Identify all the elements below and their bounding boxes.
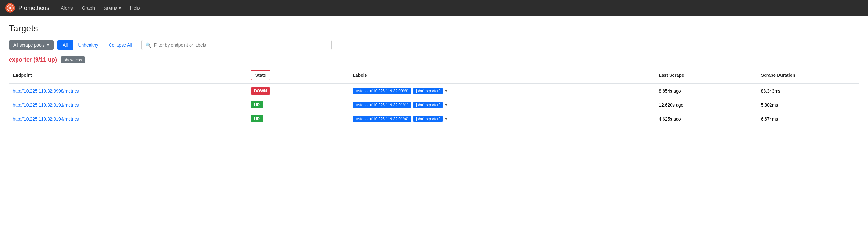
show-less-button[interactable]: show less <box>61 57 85 63</box>
table-body: http://10.225.119.32:9998/metrics DOWN i… <box>9 84 859 126</box>
search-box: 🔍 <box>141 40 332 50</box>
nav-status[interactable]: Status ▾ <box>100 3 125 13</box>
label-tag-instance: instance="10.225.119.32:9194" <box>353 116 411 122</box>
prometheus-logo <box>5 3 15 13</box>
table-row: http://10.225.119.32:9194/metrics UP ins… <box>9 112 859 126</box>
scrape-duration-cell: 6.674ms <box>757 112 859 126</box>
state-header-box: State <box>251 70 271 80</box>
endpoint-link[interactable]: http://10.225.119.32:9191/metrics <box>13 102 79 107</box>
main-content: Targets All scrape pools All Unhealthy C… <box>0 16 868 134</box>
last-scrape-cell: 4.625s ago <box>655 112 757 126</box>
col-header-endpoint: Endpoint <box>9 67 247 84</box>
navbar-links: Alerts Graph Status ▾ Help <box>57 3 144 13</box>
labels-cell: instance="10.225.119.32:9998" job="expor… <box>349 84 655 98</box>
scrape-duration-cell: 5.802ms <box>757 98 859 112</box>
filter-bar: All scrape pools All Unhealthy Collapse … <box>9 40 859 50</box>
nav-help[interactable]: Help <box>126 3 144 13</box>
last-scrape-cell: 12.620s ago <box>655 98 757 112</box>
label-tag-job: job="exporter" <box>413 116 442 122</box>
state-cell-up: UP <box>247 112 349 126</box>
label-tag-instance: instance="10.225.119.32:9191" <box>353 102 411 108</box>
navbar: Prometheus Alerts Graph Status ▾ Help <box>0 0 868 16</box>
search-input[interactable] <box>154 42 328 47</box>
label-tag-job: job="exporter" <box>413 88 442 94</box>
filter-unhealthy-btn[interactable]: Unhealthy <box>73 40 103 50</box>
filter-group: All Unhealthy Collapse All <box>58 40 137 50</box>
label-tag-job: job="exporter" <box>413 102 442 108</box>
labels-chevron-icon[interactable]: ▾ <box>445 102 447 107</box>
down-badge: DOWN <box>251 87 270 95</box>
labels-chevron-icon[interactable]: ▾ <box>445 117 447 121</box>
scrape-pools-label: All scrape pools <box>13 42 45 47</box>
labels-chevron-icon[interactable]: ▾ <box>445 89 447 93</box>
page-title: Targets <box>9 24 859 34</box>
svg-point-2 <box>9 7 11 9</box>
col-header-labels: Labels <box>349 67 655 84</box>
endpoint-link[interactable]: http://10.225.119.32:9998/metrics <box>13 89 79 94</box>
scrape-pools-caret-icon <box>47 44 49 46</box>
last-scrape-cell: 8.854s ago <box>655 84 757 98</box>
endpoint-cell: http://10.225.119.32:9194/metrics <box>9 112 247 126</box>
labels-cell: instance="10.225.119.32:9191" job="expor… <box>349 98 655 112</box>
table-row: http://10.225.119.32:9998/metrics DOWN i… <box>9 84 859 98</box>
filter-all-btn[interactable]: All <box>58 40 73 50</box>
brand-title: Prometheus <box>19 5 49 11</box>
targets-table: Endpoint State Labels Last Scrape Scrape… <box>9 67 859 126</box>
endpoint-cell: http://10.225.119.32:9191/metrics <box>9 98 247 112</box>
col-header-last-scrape: Last Scrape <box>655 67 757 84</box>
state-cell-down: DOWN <box>247 84 349 98</box>
col-header-state: State <box>247 67 349 84</box>
exporter-title: exporter (9/11 up) <box>9 57 57 63</box>
label-tag-instance: instance="10.225.119.32:9998" <box>353 88 411 94</box>
up-badge: UP <box>251 115 263 123</box>
search-icon: 🔍 <box>146 42 151 48</box>
table-row: http://10.225.119.32:9191/metrics UP ins… <box>9 98 859 112</box>
filter-collapse-btn[interactable]: Collapse All <box>103 40 137 50</box>
nav-alerts[interactable]: Alerts <box>57 3 76 13</box>
exporter-heading: exporter (9/11 up) show less <box>9 57 859 63</box>
labels-cell: instance="10.225.119.32:9194" job="expor… <box>349 112 655 126</box>
scrape-pools-dropdown[interactable]: All scrape pools <box>9 40 54 50</box>
col-header-scrape-duration: Scrape Duration <box>757 67 859 84</box>
table-header: Endpoint State Labels Last Scrape Scrape… <box>9 67 859 84</box>
endpoint-cell: http://10.225.119.32:9998/metrics <box>9 84 247 98</box>
up-badge: UP <box>251 101 263 108</box>
status-caret-icon: ▾ <box>119 5 121 11</box>
nav-graph[interactable]: Graph <box>78 3 99 13</box>
state-cell-up: UP <box>247 98 349 112</box>
navbar-brand: Prometheus <box>5 3 49 13</box>
endpoint-link[interactable]: http://10.225.119.32:9194/metrics <box>13 117 79 122</box>
scrape-duration-cell: 88.343ms <box>757 84 859 98</box>
